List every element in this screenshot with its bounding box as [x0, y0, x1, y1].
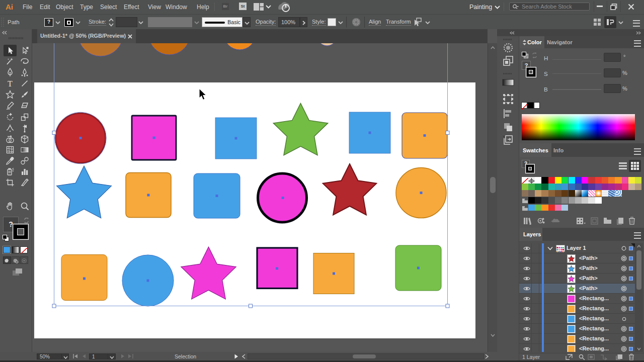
svg-text:T: T	[8, 79, 13, 87]
